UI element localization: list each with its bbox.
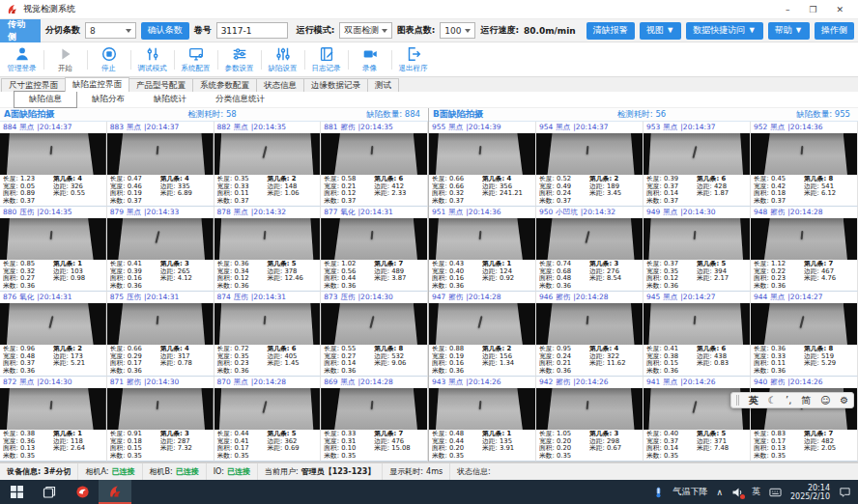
defect-cell[interactable]: 878 黑点 |20:14:32 长度: 0.36 宽度: 0.34 面积: 0… [214, 207, 322, 292]
confirm-count-button[interactable]: 确认条数 [141, 22, 189, 40]
volume-icon[interactable] [731, 487, 743, 498]
defect-image[interactable] [107, 218, 214, 261]
subtab-defect-distribution[interactable]: 缺陷分布 [77, 92, 139, 107]
inspection-app-button[interactable] [99, 480, 131, 504]
subtab-defect-info[interactable]: 缺陷信息 [14, 91, 77, 108]
defect-cell[interactable]: 873 压伤 |20:14:30 长度: 0.55 宽度: 0.27 面积: 0… [321, 292, 428, 377]
defect-image[interactable] [321, 303, 427, 346]
defect-image[interactable] [107, 388, 214, 431]
defect-image[interactable] [214, 133, 321, 176]
defect-cell[interactable]: 950 小凹坑 |20:14:32 长度: 0.74 宽度: 0.68 面积: … [536, 207, 644, 292]
chart-points-select[interactable]: 100 [440, 22, 475, 39]
admin-login-button[interactable]: 管理登录 [0, 43, 43, 76]
clock[interactable]: 20:14 2025/2/10 [790, 484, 830, 501]
defect-cell[interactable]: 951 黑点 |20:14:36 长度: 0.43 宽度: 0.40 面积: 0… [429, 207, 536, 292]
defect-image[interactable] [751, 303, 857, 346]
language-indicator[interactable]: 英 [752, 486, 760, 498]
defect-image[interactable] [214, 303, 321, 346]
defect-cell[interactable]: 946 擦伤 |20:14:28 长度: 0.95 宽度: 0.24 面积: 0… [536, 292, 644, 377]
tab-system-params[interactable]: 系统参数配置 [192, 78, 257, 92]
defect-cell[interactable]: 953 黑点 |20:14:37 长度: 0.39 宽度: 0.37 面积: 0… [644, 122, 751, 207]
parameter-settings-button[interactable]: 参数设置 [217, 43, 261, 76]
tray-expand-icon[interactable]: ∧ [716, 488, 723, 497]
run-mode-select[interactable]: 双面检测 [339, 22, 391, 39]
defect-cell[interactable]: 881 擦伤 |20:14:35 长度: 0.58 宽度: 0.21 面积: 0… [321, 122, 428, 207]
debug-mode-button[interactable]: 调试模式 [130, 43, 174, 76]
slit-count-select[interactable]: 8 [85, 22, 136, 39]
defect-cell[interactable]: 872 黑点 |20:14:30 长度: 0.38 宽度: 0.36 面积: 0… [0, 377, 107, 462]
defect-cell[interactable]: 882 黑点 |20:14:35 长度: 0.35 宽度: 0.33 面积: 0… [214, 122, 322, 207]
data-access-menu-button[interactable]: 数据快捷访问 ▼ [686, 22, 762, 40]
defect-image[interactable] [644, 218, 750, 261]
start-button[interactable]: 开始 [43, 43, 87, 76]
defect-cell[interactable]: 954 黑点 |20:14:37 长度: 0.52 宽度: 0.49 面积: 0… [536, 122, 644, 207]
touch-keyboard-icon[interactable] [769, 487, 782, 498]
tab-status-info[interactable]: 状态信息 [256, 78, 304, 92]
defect-image[interactable] [536, 303, 643, 346]
ime-simplified-toggle[interactable]: 简 [801, 396, 811, 406]
maximize-button[interactable]: ❐ [809, 5, 816, 14]
defect-cell[interactable]: 869 黑点 |20:14:28 长度: 0.33 宽度: 0.31 面积: 0… [321, 377, 428, 462]
defect-cell[interactable]: 875 压伤 |20:14:31 长度: 0.66 宽度: 0.29 面积: 0… [107, 292, 214, 377]
defect-image[interactable] [214, 218, 321, 261]
record-video-button[interactable]: 录像 [348, 43, 391, 76]
defect-cell[interactable]: 941 黑点 |20:14:26 长度: 0.40 宽度: 0.37 面积: 0… [644, 377, 751, 462]
minimize-button[interactable]: – [786, 5, 790, 14]
start-button[interactable] [0, 480, 33, 504]
defect-cell[interactable]: 874 压伤 |20:14:31 长度: 0.72 宽度: 0.35 面积: 0… [214, 292, 322, 377]
system-config-button[interactable]: 系统配置 [174, 43, 217, 76]
defect-cell[interactable]: 877 氧化 |20:14:31 长度: 1.02 宽度: 0.56 面积: 0… [321, 207, 428, 292]
tab-product-config[interactable]: 产品型号配置 [129, 78, 193, 92]
defect-image[interactable] [429, 218, 535, 261]
weather-text[interactable]: 气温下降 [672, 486, 707, 498]
defect-image[interactable] [751, 218, 857, 261]
tab-test[interactable]: 测试 [367, 78, 399, 92]
close-button[interactable]: ✕ [836, 5, 844, 14]
ime-drag-handle[interactable] [736, 395, 739, 406]
defect-cell[interactable]: 879 黑点 |20:14:33 长度: 0.41 宽度: 0.39 面积: 0… [107, 207, 214, 292]
defect-cell[interactable]: 949 黑点 |20:14:30 长度: 0.37 宽度: 0.35 面积: 0… [644, 207, 751, 292]
defect-image[interactable] [107, 303, 214, 346]
log-record-button[interactable]: 日志记录 [304, 43, 348, 76]
defect-cell[interactable]: 883 黑点 |20:14:37 长度: 0.47 宽度: 0.46 面积: 0… [107, 122, 214, 207]
defect-cell[interactable]: 948 擦伤 |20:14:28 长度: 1.12 宽度: 0.22 面积: 0… [751, 207, 858, 292]
defect-cell[interactable]: 876 氧化 |20:14:31 长度: 0.96 宽度: 0.48 面积: 0… [0, 292, 107, 377]
defect-image[interactable] [321, 218, 427, 261]
stop-button[interactable]: 停止 [87, 43, 130, 76]
defect-image[interactable] [429, 388, 535, 431]
defect-cell[interactable]: 884 黑点 |20:14:37 长度: 1.23 宽度: 0.05 面积: 0… [0, 122, 107, 207]
defect-cell[interactable]: 945 黑点 |20:14:27 长度: 0.41 宽度: 0.38 面积: 0… [644, 292, 751, 377]
defect-image[interactable] [536, 388, 643, 431]
defect-image[interactable] [429, 303, 535, 346]
exit-program-button[interactable]: 退出程序 [391, 43, 435, 76]
gear-icon[interactable]: ⚙ [840, 396, 848, 406]
defect-image[interactable] [751, 133, 857, 176]
defect-image[interactable] [644, 133, 750, 176]
punctuation-toggle[interactable]: ’, [786, 396, 791, 406]
notification-icon[interactable] [839, 487, 851, 498]
defect-cell[interactable]: 871 擦伤 |20:14:30 长度: 0.91 宽度: 0.18 面积: 0… [107, 377, 214, 462]
defect-image[interactable] [0, 133, 106, 176]
defect-image[interactable] [429, 133, 535, 176]
moon-icon[interactable]: ☾ [767, 396, 776, 406]
defect-image[interactable] [0, 388, 106, 431]
tab-size-monitor[interactable]: 尺寸监控界面 [1, 78, 66, 92]
view-menu-button[interactable]: 视图 ▼ [640, 22, 681, 40]
defect-cell[interactable]: 880 压伤 |20:14:35 长度: 0.85 宽度: 0.32 面积: 0… [0, 207, 107, 292]
defect-cell[interactable]: 870 黑点 |20:14:28 长度: 0.44 宽度: 0.41 面积: 0… [214, 377, 322, 462]
operate-side-button[interactable]: 操作侧 [815, 22, 854, 40]
defect-image[interactable] [0, 218, 106, 261]
thermometer-icon[interactable] [653, 486, 664, 499]
ime-language-toggle[interactable]: 英 [749, 396, 758, 406]
emoji-icon[interactable]: ☺ [820, 396, 830, 406]
roll-number-input[interactable] [216, 22, 288, 39]
defect-image[interactable] [321, 388, 427, 431]
help-menu-button[interactable]: 帮助 ▼ [768, 22, 810, 40]
defect-image[interactable] [107, 133, 214, 176]
defect-cell[interactable]: 942 擦伤 |20:14:26 长度: 1.05 宽度: 0.20 面积: 0… [536, 377, 644, 462]
defect-image[interactable] [644, 303, 750, 346]
defect-cell[interactable]: 947 擦伤 |20:14:28 长度: 0.88 宽度: 0.19 面积: 0… [429, 292, 536, 377]
defect-cell[interactable]: 943 黑点 |20:14:26 长度: 0.48 宽度: 0.44 面积: 0… [429, 377, 536, 462]
tab-defect-monitor[interactable]: 缺陷监控界面 [65, 77, 129, 92]
clear-alarm-button[interactable]: 清缺报警 [586, 22, 635, 40]
